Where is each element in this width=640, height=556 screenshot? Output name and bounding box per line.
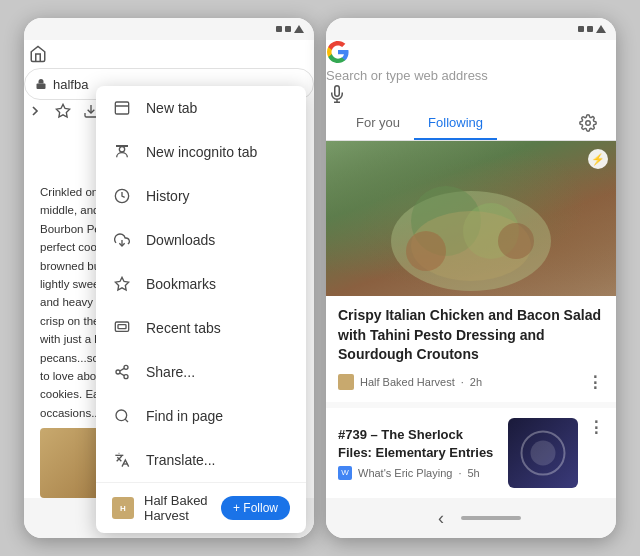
source-favicon [338, 374, 354, 390]
context-menu: New tab New incognito tab [96, 86, 306, 533]
battery-icon [294, 25, 304, 33]
featured-more-button[interactable]: ⋮ [587, 373, 604, 392]
share-item[interactable]: Share... [96, 350, 306, 394]
incognito-icon [112, 142, 132, 162]
find-in-page-item[interactable]: Find in page [96, 394, 306, 438]
site-favicon: H [112, 497, 134, 519]
bookmarks-icon [112, 274, 132, 294]
secondary-favicon: W [338, 466, 352, 480]
secondary-text: #739 – The Sherlock Files: Elementary En… [338, 426, 498, 480]
bookmarks-label: Bookmarks [146, 276, 216, 292]
right-wifi-icon [587, 26, 593, 32]
lightning-badge: ⚡ [588, 149, 608, 169]
translate-icon [112, 450, 132, 470]
site-name: Half Baked Harvest [144, 493, 211, 523]
new-incognito-item[interactable]: New incognito tab [96, 130, 306, 174]
right-home-indicator [461, 516, 521, 520]
source-name: Half Baked Harvest [360, 376, 455, 388]
translate-item[interactable]: Translate... [96, 438, 306, 482]
salad-illustration [326, 141, 616, 296]
svg-marker-1 [56, 104, 69, 117]
feed-settings-button[interactable] [576, 111, 600, 135]
svg-point-20 [116, 410, 127, 421]
svg-line-21 [125, 419, 128, 422]
find-icon [112, 406, 132, 426]
translate-label: Translate... [146, 452, 216, 468]
svg-marker-12 [115, 277, 128, 290]
featured-card: ⚡ Crispy Italian Chicken and Bacon Salad… [326, 141, 616, 402]
featured-meta: Half Baked Harvest · 2h ⋮ [338, 373, 604, 392]
downloads-label: Downloads [146, 232, 215, 248]
svg-point-15 [124, 365, 128, 369]
right-signal-icon [578, 26, 584, 32]
svg-rect-14 [118, 325, 126, 329]
secondary-meta: W What's Eric Playing · 5h [338, 466, 498, 480]
svg-rect-6 [115, 102, 128, 114]
bookmark-button[interactable] [52, 100, 74, 122]
featured-title: Crispy Italian Chicken and Bacon Salad w… [338, 306, 604, 365]
featured-text-area: Crispy Italian Chicken and Bacon Salad w… [326, 296, 616, 402]
recent-tabs-item[interactable]: Recent tabs [96, 306, 306, 350]
tab-for-you[interactable]: For you [342, 105, 414, 140]
google-logo [326, 40, 350, 64]
new-tab-label: New tab [146, 100, 197, 116]
history-item[interactable]: History [96, 174, 306, 218]
svg-rect-0 [37, 84, 46, 90]
follow-button[interactable]: + Follow [221, 496, 290, 520]
recent-tabs-icon [112, 318, 132, 338]
secondary-thumbnail [508, 418, 578, 488]
wifi-icon [285, 26, 291, 32]
svg-line-18 [120, 373, 125, 376]
tabs-bar: For you Following [326, 105, 616, 141]
home-button[interactable] [24, 40, 52, 68]
share-icon [112, 362, 132, 382]
url-text: halfba [53, 77, 88, 92]
status-icons [276, 25, 304, 33]
secondary-more-button[interactable]: ⋮ [588, 418, 604, 437]
signal-icon [276, 26, 282, 32]
history-label: History [146, 188, 190, 204]
right-battery-icon [596, 25, 606, 33]
follow-item: H Half Baked Harvest + Follow [96, 482, 306, 533]
tab-following[interactable]: Following [414, 105, 497, 140]
search-bar: Search or type web address [326, 40, 616, 105]
svg-point-24 [586, 120, 591, 125]
downloads-item[interactable]: Downloads [96, 218, 306, 262]
svg-point-30 [498, 223, 534, 259]
secondary-card: #739 – The Sherlock Files: Elementary En… [326, 408, 616, 498]
downloads-icon [112, 230, 132, 250]
history-icon [112, 186, 132, 206]
secondary-time: 5h [467, 467, 479, 479]
svg-line-19 [120, 368, 125, 371]
tab-icon [112, 98, 132, 118]
featured-time: 2h [470, 376, 482, 388]
svg-point-29 [406, 231, 446, 271]
right-bottom-nav: ‹ [326, 498, 616, 538]
time-ago: · [461, 376, 464, 388]
left-phone: halfba [24, 18, 314, 538]
featured-image: ⚡ [326, 141, 616, 296]
left-status-bar [24, 18, 314, 40]
svg-point-16 [116, 370, 120, 374]
find-in-page-label: Find in page [146, 408, 223, 424]
right-status-bar [326, 18, 616, 40]
svg-point-17 [124, 375, 128, 379]
thumb-inner-circle [531, 440, 556, 465]
right-phone: Search or type web address For you Follo… [326, 18, 616, 538]
right-back-button[interactable]: ‹ [421, 508, 461, 529]
new-tab-item[interactable]: New tab [96, 86, 306, 130]
news-feed: ⚡ Crispy Italian Chicken and Bacon Salad… [326, 141, 616, 498]
secondary-source-name: What's Eric Playing [358, 467, 452, 479]
lock-icon [35, 78, 47, 90]
right-status-icons [578, 25, 606, 33]
mic-icon[interactable] [326, 83, 348, 105]
forward-button[interactable] [24, 100, 46, 122]
secondary-title: #739 – The Sherlock Files: Elementary En… [338, 426, 498, 462]
bookmarks-item[interactable]: Bookmarks [96, 262, 306, 306]
share-label: Share... [146, 364, 195, 380]
svg-point-8 [119, 147, 124, 152]
search-input[interactable]: Search or type web address [326, 68, 616, 83]
recent-tabs-label: Recent tabs [146, 320, 221, 336]
new-incognito-label: New incognito tab [146, 144, 257, 160]
